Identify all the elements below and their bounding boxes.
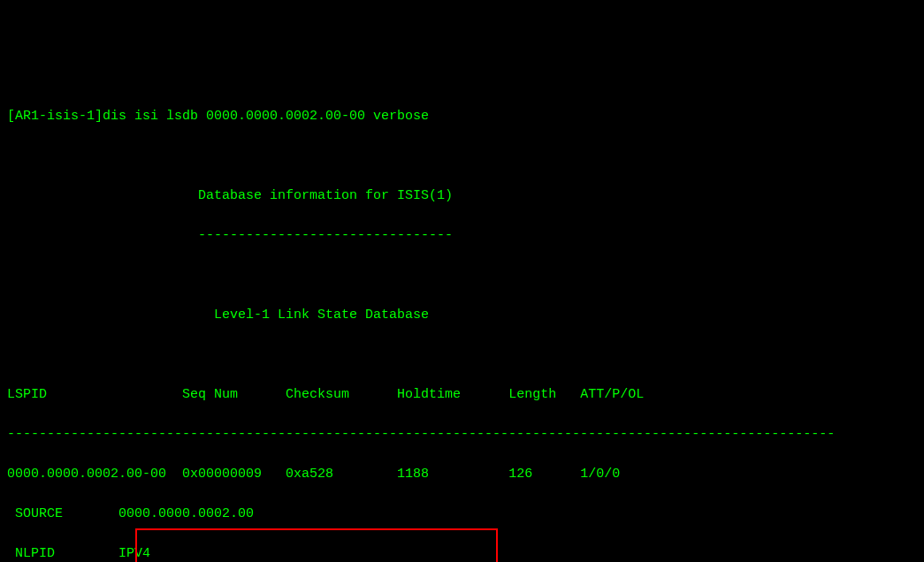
- prompt-context: [AR1-isis-1]: [7, 109, 103, 124]
- level-title: Level-1 Link State Database: [7, 306, 917, 326]
- lsp-seqnum: 0x00000009: [182, 467, 262, 482]
- lsp-holdtime: 1188: [397, 467, 429, 482]
- command-text[interactable]: dis isi lsdb 0000.0000.0002.00-00 verbos…: [103, 109, 429, 124]
- col-lspid: LSPID: [7, 387, 47, 402]
- lsp-length: 126: [508, 467, 532, 482]
- nlpid-value: IPV4: [118, 546, 150, 561]
- lsp-row: 0000.0000.0002.00-00 0x00000009 0xa528 1…: [7, 465, 917, 485]
- blank-line: [7, 147, 917, 167]
- lsp-checksum: 0xa528: [286, 467, 333, 482]
- col-seqnum: Seq Num: [182, 387, 238, 402]
- col-holdtime: Holdtime: [397, 387, 461, 402]
- nlpid-label: NLPID: [15, 546, 55, 561]
- lsp-attpol: 1/0/0: [580, 467, 620, 482]
- source-line: SOURCE 0000.0000.0002.00: [7, 505, 917, 525]
- col-attpol: ATT/P/OL: [580, 387, 644, 402]
- source-value: 0000.0000.0002.00: [118, 506, 254, 521]
- lsp-lspid: 0000.0000.0002.00-00: [7, 467, 166, 482]
- terminal-output: [AR1-isis-1]dis isi lsdb 0000.0000.0002.…: [7, 87, 917, 562]
- column-headers: LSPID Seq Num Checksum Holdtime Length A…: [7, 385, 917, 406]
- nlpid-line: NLPID IPV4: [7, 544, 917, 563]
- col-length: Length: [508, 387, 556, 402]
- blank-line: [7, 346, 917, 366]
- col-checksum: Checksum: [286, 387, 349, 402]
- level-title-text: Level-1 Link State Database: [214, 308, 429, 323]
- separator-text: --------------------------------: [198, 228, 453, 243]
- blank-line: [7, 266, 917, 286]
- db-title-text: Database information for ISIS(1): [198, 188, 453, 203]
- source-label: SOURCE: [15, 506, 63, 521]
- prompt-line: [AR1-isis-1]dis isi lsdb 0000.0000.0002.…: [7, 107, 917, 127]
- db-separator: --------------------------------: [7, 226, 917, 247]
- db-title: Database information for ISIS(1): [7, 186, 917, 207]
- horizontal-rule: ----------------------------------------…: [7, 425, 917, 445]
